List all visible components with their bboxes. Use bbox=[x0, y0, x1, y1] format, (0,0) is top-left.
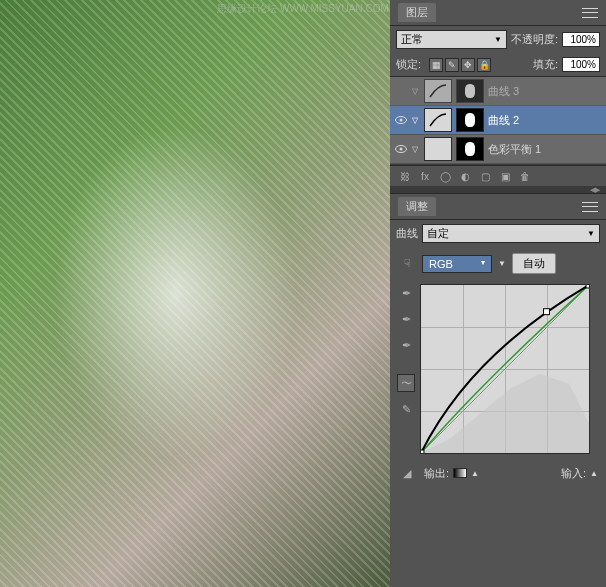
blend-opacity-row: 正常 ▼ 不透明度: 100% bbox=[390, 26, 606, 53]
output-input-row: ◢ 输出: ▲ 输入: ▲ bbox=[390, 458, 606, 488]
curves-editor: ✒ ✒ ✒ 〜 ✎ bbox=[390, 280, 606, 458]
fill-input[interactable]: 100% bbox=[562, 57, 600, 72]
eyedropper-gray-icon[interactable]: ✒ bbox=[397, 310, 415, 328]
channel-dropdown[interactable]: RGB ▾ bbox=[422, 255, 492, 273]
layer-group-icon[interactable]: ▢ bbox=[476, 169, 494, 183]
layer-name-label: 色彩平衡 1 bbox=[488, 142, 541, 157]
layers-tab[interactable]: 图层 bbox=[398, 3, 436, 22]
blend-mode-value: 正常 bbox=[401, 32, 423, 47]
lock-transparency-icon[interactable]: ▦ bbox=[429, 58, 443, 72]
panel-menu-icon[interactable] bbox=[582, 8, 598, 18]
arrow-icon: ▲ bbox=[590, 469, 598, 478]
expand-arrow-icon[interactable]: ▽ bbox=[412, 87, 418, 96]
lock-label: 锁定: bbox=[396, 57, 421, 72]
chevron-down-icon: ▾ bbox=[481, 258, 485, 270]
lock-pixels-icon[interactable]: ✎ bbox=[445, 58, 459, 72]
adjustment-thumbnail bbox=[424, 108, 452, 132]
chevron-down-icon: ▼ bbox=[494, 35, 502, 44]
layer-item-color-balance[interactable]: ▽ ⚖ 色彩平衡 1 bbox=[390, 135, 606, 164]
arrow-icon: ▲ bbox=[471, 469, 479, 478]
delete-layer-icon[interactable]: 🗑 bbox=[516, 169, 534, 183]
opacity-input[interactable]: 100% bbox=[562, 32, 600, 47]
point-curve-icon[interactable]: 〜 bbox=[397, 374, 415, 392]
input-label: 输入: ▲ bbox=[561, 466, 598, 481]
visibility-toggle-icon[interactable] bbox=[394, 142, 408, 156]
layer-item-curves-2[interactable]: ▽ 曲线 2 bbox=[390, 106, 606, 135]
layer-item-curves-3[interactable]: ▽ 曲线 3 bbox=[390, 77, 606, 106]
adjustments-tab[interactable]: 调整 bbox=[398, 197, 436, 216]
layers-panel-header: 图层 bbox=[390, 0, 606, 26]
new-layer-icon[interactable]: ▣ bbox=[496, 169, 514, 183]
lock-position-icon[interactable]: ✥ bbox=[461, 58, 475, 72]
adjustment-thumbnail: ⚖ bbox=[424, 137, 452, 161]
auto-button[interactable]: 自动 bbox=[512, 253, 556, 274]
mask-thumbnail[interactable] bbox=[456, 137, 484, 161]
lock-icons-group: ▦ ✎ ✥ 🔒 bbox=[425, 58, 495, 72]
curve-point[interactable] bbox=[544, 309, 550, 315]
layer-effects-icon[interactable]: fx bbox=[416, 169, 434, 183]
dropdown-caret-icon: ▼ bbox=[498, 259, 506, 268]
curve-point[interactable] bbox=[586, 285, 589, 288]
mask-thumbnail[interactable] bbox=[456, 79, 484, 103]
adjustment-thumbnail bbox=[424, 79, 452, 103]
pencil-curve-icon[interactable]: ✎ bbox=[397, 400, 415, 418]
channel-value: RGB bbox=[429, 258, 453, 270]
preset-label: 曲线 bbox=[396, 226, 418, 241]
clip-to-layer-icon[interactable]: ◢ bbox=[398, 464, 416, 482]
panel-collapse-bar[interactable]: ◀▶ bbox=[390, 186, 606, 194]
eyedropper-black-icon[interactable]: ✒ bbox=[397, 284, 415, 302]
curve-point[interactable] bbox=[421, 450, 424, 453]
target-adjustment-icon[interactable]: ☟ bbox=[398, 255, 416, 273]
layer-list: ▽ 曲线 3 ▽ 曲线 2 ▽ ⚖ 色彩平衡 1 bbox=[390, 76, 606, 165]
curves-graph[interactable] bbox=[420, 284, 590, 454]
layers-footer: ⛓ fx ◯ ◐ ▢ ▣ 🗑 bbox=[390, 165, 606, 186]
output-gradient-icon bbox=[453, 468, 467, 478]
panels-container: 思缘设计论坛 WWW.MISSYUAN.COM 图层 正常 ▼ 不透明度: 10… bbox=[390, 0, 606, 587]
watermark-text: 思缘设计论坛 WWW.MISSYUAN.COM bbox=[217, 2, 389, 16]
output-label: 输出: ▲ bbox=[424, 466, 479, 481]
svg-point-3 bbox=[400, 148, 403, 151]
adjustments-panel-header: 调整 bbox=[390, 194, 606, 220]
marching-ants-selection bbox=[0, 0, 390, 587]
layer-mask-icon[interactable]: ◯ bbox=[436, 169, 454, 183]
adjustments-panel: 调整 曲线 自定 ▼ ☟ RGB ▾ ▼ 自动 ✒ ✒ ✒ 〜 bbox=[390, 194, 606, 587]
layer-name-label: 曲线 3 bbox=[488, 84, 519, 99]
visibility-toggle-icon[interactable] bbox=[394, 84, 408, 98]
mask-thumbnail[interactable] bbox=[456, 108, 484, 132]
channel-row: ☟ RGB ▾ ▼ 自动 bbox=[390, 247, 606, 280]
expand-arrow-icon[interactable]: ▽ bbox=[412, 116, 418, 125]
lock-all-icon[interactable]: 🔒 bbox=[477, 58, 491, 72]
eyedropper-white-icon[interactable]: ✒ bbox=[397, 336, 415, 354]
curves-tools-column: ✒ ✒ ✒ 〜 ✎ bbox=[396, 284, 416, 454]
document-canvas[interactable] bbox=[0, 0, 390, 587]
preset-row: 曲线 自定 ▼ bbox=[390, 220, 606, 247]
collapse-arrows-icon: ◀▶ bbox=[590, 186, 600, 194]
curves-svg bbox=[421, 285, 589, 453]
link-layers-icon[interactable]: ⛓ bbox=[396, 169, 414, 183]
fill-label: 填充: bbox=[533, 57, 558, 72]
chevron-down-icon: ▼ bbox=[587, 229, 595, 238]
svg-point-1 bbox=[400, 119, 403, 122]
expand-arrow-icon[interactable]: ▽ bbox=[412, 145, 418, 154]
adjustment-layer-icon[interactable]: ◐ bbox=[456, 169, 474, 183]
visibility-toggle-icon[interactable] bbox=[394, 113, 408, 127]
panel-menu-icon[interactable] bbox=[582, 202, 598, 212]
blend-mode-dropdown[interactable]: 正常 ▼ bbox=[396, 30, 507, 49]
layer-name-label: 曲线 2 bbox=[488, 113, 519, 128]
preset-value: 自定 bbox=[427, 226, 449, 241]
histogram bbox=[421, 374, 589, 453]
opacity-label: 不透明度: bbox=[511, 32, 558, 47]
preset-dropdown[interactable]: 自定 ▼ bbox=[422, 224, 600, 243]
lock-fill-row: 锁定: ▦ ✎ ✥ 🔒 填充: 100% bbox=[390, 53, 606, 76]
